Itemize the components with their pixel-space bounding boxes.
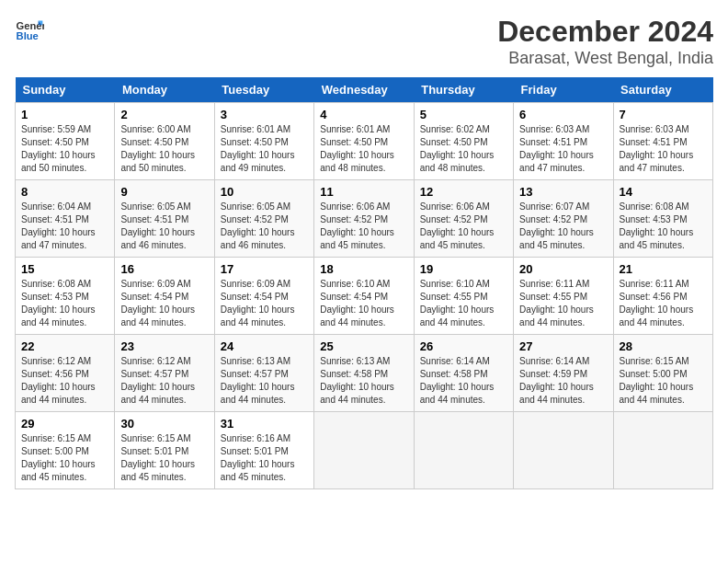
- day-number: 24: [221, 339, 308, 353]
- weekday-header-wednesday: Wednesday: [314, 77, 414, 103]
- calendar-cell: 7 Sunrise: 6:03 AMSunset: 4:51 PMDayligh…: [613, 103, 712, 180]
- day-number: 2: [120, 108, 208, 121]
- calendar-cell: 3 Sunrise: 6:01 AMSunset: 4:50 PMDayligh…: [214, 103, 313, 180]
- day-info: Sunrise: 6:15 AMSunset: 5:00 PMDaylight:…: [21, 433, 96, 482]
- day-number: 7: [620, 108, 707, 121]
- day-number: 30: [120, 417, 208, 431]
- weekday-header-monday: Monday: [115, 77, 214, 103]
- calendar-subtitle: Barasat, West Bengal, India: [497, 49, 713, 68]
- day-number: 20: [519, 262, 607, 276]
- calendar-table: SundayMondayTuesdayWednesdayThursdayFrid…: [15, 77, 713, 489]
- svg-text:Blue: Blue: [17, 30, 39, 41]
- day-number: 23: [120, 339, 208, 353]
- calendar-cell: 8 Sunrise: 6:04 AMSunset: 4:51 PMDayligh…: [16, 180, 115, 258]
- calendar-cell: 10 Sunrise: 6:05 AMSunset: 4:52 PMDaylig…: [214, 180, 313, 258]
- day-number: 3: [221, 108, 308, 121]
- calendar-week-row: 8 Sunrise: 6:04 AMSunset: 4:51 PMDayligh…: [16, 180, 713, 258]
- day-info: Sunrise: 6:11 AMSunset: 4:55 PMDaylight:…: [519, 279, 594, 327]
- calendar-cell: 27 Sunrise: 6:14 AMSunset: 4:59 PMDaylig…: [514, 335, 613, 412]
- day-info: Sunrise: 6:16 AMSunset: 5:01 PMDaylight:…: [221, 433, 295, 482]
- calendar-cell: 6 Sunrise: 6:03 AMSunset: 4:51 PMDayligh…: [514, 103, 613, 180]
- day-info: Sunrise: 6:07 AMSunset: 4:52 PMDaylight:…: [519, 201, 594, 250]
- calendar-cell: 29 Sunrise: 6:15 AMSunset: 5:00 PMDaylig…: [16, 412, 115, 489]
- day-number: 5: [420, 108, 507, 121]
- day-info: Sunrise: 6:13 AMSunset: 4:57 PMDaylight:…: [221, 356, 295, 405]
- day-info: Sunrise: 6:05 AMSunset: 4:52 PMDaylight:…: [221, 201, 295, 250]
- day-info: Sunrise: 5:59 AMSunset: 4:50 PMDaylight:…: [21, 124, 96, 173]
- calendar-cell: 20 Sunrise: 6:11 AMSunset: 4:55 PMDaylig…: [514, 258, 613, 335]
- day-info: Sunrise: 6:12 AMSunset: 4:56 PMDaylight:…: [21, 356, 96, 405]
- calendar-cell: 18 Sunrise: 6:10 AMSunset: 4:54 PMDaylig…: [314, 258, 414, 335]
- calendar-cell: [414, 412, 513, 489]
- weekday-header-saturday: Saturday: [613, 77, 712, 103]
- calendar-cell: [314, 412, 414, 489]
- day-number: 11: [320, 185, 407, 199]
- day-number: 17: [221, 262, 308, 276]
- day-info: Sunrise: 6:09 AMSunset: 4:54 PMDaylight:…: [120, 279, 195, 327]
- page-header: General Blue December 2024 Barasat, West…: [15, 15, 713, 68]
- day-info: Sunrise: 6:08 AMSunset: 4:53 PMDaylight:…: [620, 201, 694, 250]
- calendar-cell: 1 Sunrise: 5:59 AMSunset: 4:50 PMDayligh…: [16, 103, 115, 180]
- day-info: Sunrise: 6:04 AMSunset: 4:51 PMDaylight:…: [21, 201, 96, 250]
- day-info: Sunrise: 6:06 AMSunset: 4:52 PMDaylight:…: [420, 201, 495, 250]
- calendar-cell: [613, 412, 712, 489]
- calendar-cell: 17 Sunrise: 6:09 AMSunset: 4:54 PMDaylig…: [214, 258, 313, 335]
- day-info: Sunrise: 6:14 AMSunset: 4:59 PMDaylight:…: [519, 356, 594, 405]
- calendar-cell: 31 Sunrise: 6:16 AMSunset: 5:01 PMDaylig…: [214, 412, 313, 489]
- calendar-cell: 30 Sunrise: 6:15 AMSunset: 5:01 PMDaylig…: [115, 412, 214, 489]
- day-number: 1: [21, 108, 108, 121]
- calendar-cell: 26 Sunrise: 6:14 AMSunset: 4:58 PMDaylig…: [414, 335, 513, 412]
- day-info: Sunrise: 6:10 AMSunset: 4:54 PMDaylight:…: [320, 279, 394, 327]
- calendar-cell: 5 Sunrise: 6:02 AMSunset: 4:50 PMDayligh…: [414, 103, 513, 180]
- calendar-cell: 11 Sunrise: 6:06 AMSunset: 4:52 PMDaylig…: [314, 180, 414, 258]
- calendar-cell: 4 Sunrise: 6:01 AMSunset: 4:50 PMDayligh…: [314, 103, 414, 180]
- calendar-cell: 13 Sunrise: 6:07 AMSunset: 4:52 PMDaylig…: [514, 180, 613, 258]
- calendar-cell: 19 Sunrise: 6:10 AMSunset: 4:55 PMDaylig…: [414, 258, 513, 335]
- day-number: 15: [21, 262, 108, 276]
- day-number: 22: [21, 339, 108, 353]
- calendar-cell: 28 Sunrise: 6:15 AMSunset: 5:00 PMDaylig…: [613, 335, 712, 412]
- day-info: Sunrise: 6:14 AMSunset: 4:58 PMDaylight:…: [420, 356, 495, 405]
- day-info: Sunrise: 6:10 AMSunset: 4:55 PMDaylight:…: [420, 279, 495, 327]
- calendar-week-row: 22 Sunrise: 6:12 AMSunset: 4:56 PMDaylig…: [16, 335, 713, 412]
- calendar-cell: 24 Sunrise: 6:13 AMSunset: 4:57 PMDaylig…: [214, 335, 313, 412]
- title-block: December 2024 Barasat, West Bengal, Indi…: [497, 15, 713, 68]
- logo-icon: General Blue: [15, 15, 44, 44]
- day-number: 31: [221, 417, 308, 431]
- day-number: 9: [120, 185, 208, 199]
- calendar-cell: 16 Sunrise: 6:09 AMSunset: 4:54 PMDaylig…: [115, 258, 214, 335]
- day-info: Sunrise: 6:12 AMSunset: 4:57 PMDaylight:…: [120, 356, 195, 405]
- calendar-cell: 2 Sunrise: 6:00 AMSunset: 4:50 PMDayligh…: [115, 103, 214, 180]
- calendar-cell: 9 Sunrise: 6:05 AMSunset: 4:51 PMDayligh…: [115, 180, 214, 258]
- calendar-cell: 21 Sunrise: 6:11 AMSunset: 4:56 PMDaylig…: [613, 258, 712, 335]
- calendar-week-row: 29 Sunrise: 6:15 AMSunset: 5:00 PMDaylig…: [16, 412, 713, 489]
- weekday-header-sunday: Sunday: [16, 77, 115, 103]
- calendar-cell: 25 Sunrise: 6:13 AMSunset: 4:58 PMDaylig…: [314, 335, 414, 412]
- day-number: 10: [221, 185, 308, 199]
- day-number: 13: [519, 185, 607, 199]
- day-info: Sunrise: 6:00 AMSunset: 4:50 PMDaylight:…: [120, 124, 195, 173]
- day-number: 19: [420, 262, 507, 276]
- day-number: 29: [21, 417, 108, 431]
- weekday-header-row: SundayMondayTuesdayWednesdayThursdayFrid…: [16, 77, 713, 103]
- calendar-cell: 14 Sunrise: 6:08 AMSunset: 4:53 PMDaylig…: [613, 180, 712, 258]
- day-info: Sunrise: 6:09 AMSunset: 4:54 PMDaylight:…: [221, 279, 295, 327]
- weekday-header-thursday: Thursday: [414, 77, 513, 103]
- day-info: Sunrise: 6:03 AMSunset: 4:51 PMDaylight:…: [620, 124, 694, 173]
- day-number: 18: [320, 262, 407, 276]
- day-number: 12: [420, 185, 507, 199]
- day-info: Sunrise: 6:15 AMSunset: 5:00 PMDaylight:…: [620, 356, 694, 405]
- day-number: 21: [620, 262, 707, 276]
- calendar-week-row: 15 Sunrise: 6:08 AMSunset: 4:53 PMDaylig…: [16, 258, 713, 335]
- day-info: Sunrise: 6:06 AMSunset: 4:52 PMDaylight:…: [320, 201, 394, 250]
- calendar-week-row: 1 Sunrise: 5:59 AMSunset: 4:50 PMDayligh…: [16, 103, 713, 180]
- calendar-cell: [514, 412, 613, 489]
- day-number: 25: [320, 339, 407, 353]
- day-info: Sunrise: 6:11 AMSunset: 4:56 PMDaylight:…: [620, 279, 694, 327]
- day-info: Sunrise: 6:01 AMSunset: 4:50 PMDaylight:…: [320, 124, 394, 173]
- logo: General Blue: [15, 15, 44, 44]
- day-number: 27: [519, 339, 607, 353]
- weekday-header-tuesday: Tuesday: [214, 77, 313, 103]
- day-info: Sunrise: 6:15 AMSunset: 5:01 PMDaylight:…: [120, 433, 195, 482]
- weekday-header-friday: Friday: [514, 77, 613, 103]
